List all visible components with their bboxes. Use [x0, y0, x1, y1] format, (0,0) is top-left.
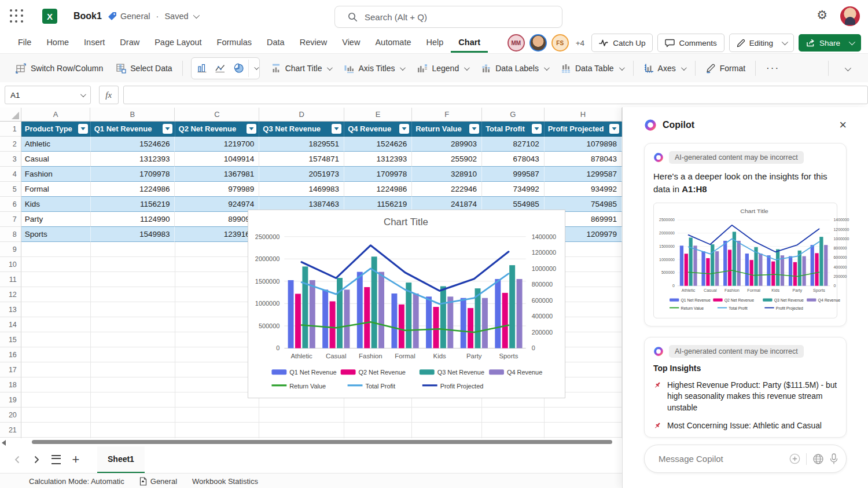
cell[interactable]	[91, 272, 175, 287]
table-cell[interactable]: 678043	[482, 152, 545, 167]
column-header-f[interactable]: F	[412, 108, 482, 122]
calculation-mode-status[interactable]: Calculation Mode: Automatic	[29, 477, 124, 486]
cell[interactable]	[175, 317, 260, 332]
axis-titles-button[interactable]: Axis Titles	[337, 58, 410, 78]
cell[interactable]	[21, 332, 91, 347]
line-chart-type-button[interactable]	[211, 60, 230, 77]
row-header-21[interactable]: 21	[0, 423, 21, 438]
menu-tab-help[interactable]: Help	[418, 33, 451, 53]
chart-type-dropdown[interactable]	[248, 60, 258, 77]
row-header-12[interactable]: 12	[0, 287, 21, 302]
cell[interactable]	[91, 332, 175, 347]
search-input[interactable]	[363, 12, 562, 23]
title-chevron-down-icon[interactable]	[193, 12, 199, 19]
filter-dropdown-icon[interactable]	[332, 124, 341, 134]
table-cell[interactable]: 899097	[175, 212, 259, 227]
presence-avatar-fs[interactable]: FS	[551, 34, 569, 52]
row-header-10[interactable]: 10	[0, 257, 21, 272]
chart-object[interactable]: Chart Title05000001000000150000020000002…	[248, 210, 565, 398]
row-header-9[interactable]: 9	[0, 242, 21, 257]
copilot-message-input[interactable]	[657, 453, 789, 464]
table-cell[interactable]: 1224986	[344, 182, 412, 197]
save-status[interactable]: Saved	[164, 12, 188, 21]
insert-function-button[interactable]: fx	[99, 86, 119, 104]
table-header-cell[interactable]: Product Type	[21, 122, 91, 137]
select-data-button[interactable]: Select Data	[109, 58, 178, 78]
filter-dropdown-icon[interactable]	[163, 124, 172, 134]
next-sheet-button[interactable]	[28, 451, 45, 468]
presence-avatar-photo[interactable]	[529, 34, 547, 52]
cell[interactable]	[91, 302, 175, 317]
app-launcher-icon[interactable]	[10, 9, 24, 23]
cell[interactable]	[175, 287, 260, 302]
data-labels-button[interactable]: Data Labels	[475, 58, 554, 78]
table-cell[interactable]: 734992	[482, 182, 545, 197]
workbook-statistics-button[interactable]: Workbook Statistics	[192, 477, 258, 486]
comments-button[interactable]: Comments	[657, 34, 724, 52]
format-button[interactable]: Format	[699, 58, 752, 78]
copilot-chart-preview[interactable]: Chart Title05000001000000150000020000002…	[653, 203, 837, 318]
cell[interactable]	[175, 272, 260, 287]
cell[interactable]	[91, 242, 175, 257]
column-header-d[interactable]: D	[259, 108, 344, 122]
globe-icon[interactable]	[812, 453, 824, 465]
table-cell[interactable]: 1312393	[344, 152, 412, 167]
cell[interactable]	[175, 257, 260, 272]
table-cell[interactable]: 1124990	[91, 212, 175, 227]
cell[interactable]	[21, 347, 91, 362]
table-cell[interactable]: 1549983	[91, 227, 175, 242]
table-cell[interactable]: 1574871	[259, 152, 344, 167]
table-cell[interactable]: 1239169	[175, 227, 259, 242]
axes-button[interactable]: Axes	[637, 58, 692, 78]
filter-dropdown-icon[interactable]	[532, 124, 542, 134]
filter-dropdown-icon[interactable]	[78, 124, 88, 134]
row-header-15[interactable]: 15	[0, 332, 21, 347]
scroll-left-arrow-icon[interactable]	[2, 440, 6, 446]
new-sheet-button[interactable]: +	[67, 451, 84, 468]
cell[interactable]	[175, 302, 260, 317]
cell[interactable]	[545, 423, 622, 438]
editing-mode-button[interactable]: Editing	[729, 34, 794, 52]
chart-title-button[interactable]: Chart Title	[264, 58, 338, 78]
column-chart-type-button[interactable]	[193, 60, 211, 77]
table-cell[interactable]: 999587	[482, 167, 545, 182]
cell[interactable]	[175, 377, 260, 392]
row-header-1[interactable]: 1	[0, 122, 21, 137]
table-cell[interactable]: 827102	[482, 137, 545, 152]
row-header-13[interactable]: 13	[0, 302, 21, 317]
cell[interactable]	[175, 362, 260, 377]
table-header-cell[interactable]: Q4 Revenue	[344, 122, 412, 137]
cell[interactable]	[91, 423, 175, 438]
cell[interactable]	[21, 287, 91, 302]
row-header-19[interactable]: 19	[0, 392, 21, 408]
column-header-e[interactable]: E	[344, 108, 412, 122]
table-cell[interactable]: 1079898	[545, 137, 622, 152]
table-cell[interactable]: 934992	[545, 182, 622, 197]
ribbon-overflow-button[interactable]: ···	[759, 63, 786, 74]
row-header-11[interactable]: 11	[0, 272, 21, 287]
filter-dropdown-icon[interactable]	[469, 124, 479, 134]
row-header-18[interactable]: 18	[0, 377, 21, 392]
filter-dropdown-icon[interactable]	[247, 124, 256, 134]
row-header-16[interactable]: 16	[0, 347, 21, 362]
legend-button[interactable]: Legend	[410, 58, 475, 78]
table-cell[interactable]: 1312393	[91, 152, 175, 167]
cell[interactable]	[175, 332, 260, 347]
table-cell[interactable]: Kids	[21, 197, 91, 212]
table-header-cell[interactable]: Q2 Net Revenue	[175, 122, 260, 137]
data-table-button[interactable]: Data Table	[554, 58, 630, 78]
menu-tab-draw[interactable]: Draw	[112, 33, 147, 53]
share-button[interactable]: Share	[799, 34, 861, 52]
table-cell[interactable]: 289903	[412, 137, 482, 152]
table-cell[interactable]: 979989	[175, 182, 259, 197]
row-header-3[interactable]: 3	[0, 152, 21, 167]
table-cell[interactable]: 1709978	[91, 167, 175, 182]
filter-dropdown-icon[interactable]	[399, 124, 409, 134]
cell[interactable]	[344, 423, 412, 438]
cell[interactable]	[21, 302, 91, 317]
workbook-title[interactable]: Book1	[73, 11, 102, 21]
row-header-8[interactable]: 8	[0, 227, 21, 242]
cell[interactable]	[91, 408, 175, 423]
column-header-g[interactable]: G	[482, 108, 545, 122]
row-header-4[interactable]: 4	[0, 167, 21, 182]
